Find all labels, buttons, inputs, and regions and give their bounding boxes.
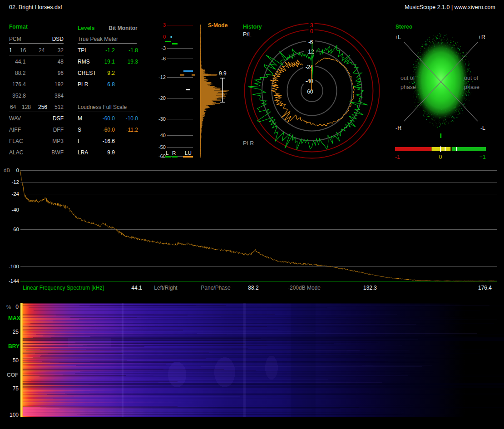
- svg-text:History: History: [243, 24, 262, 30]
- svg-text:-R: -R: [395, 125, 401, 131]
- svg-text:L: L: [166, 150, 169, 156]
- svg-text:-200dB Mode: -200dB Mode: [288, 285, 321, 291]
- svg-text:-50: -50: [158, 144, 166, 150]
- svg-text:3: 3: [163, 22, 166, 28]
- svg-text:176.4: 176.4: [478, 285, 492, 291]
- svg-text:-100: -100: [9, 264, 19, 269]
- svg-text:+1: +1: [479, 154, 486, 160]
- svg-text:-40: -40: [11, 207, 19, 212]
- svg-text:phase: phase: [464, 84, 479, 90]
- svg-text:132.3: 132.3: [363, 285, 377, 291]
- svg-text:BRY: BRY: [8, 343, 20, 350]
- svg-text:0: 0: [310, 28, 313, 35]
- svg-text:Linear Frequency Spectrum [kHz: Linear Frequency Spectrum [kHz]: [23, 285, 104, 291]
- svg-text:+R: +R: [478, 34, 485, 40]
- svg-text:Stereo: Stereo: [395, 24, 412, 30]
- svg-text:S-Mode: S-Mode: [208, 22, 228, 29]
- svg-text:MAX: MAX: [8, 315, 20, 321]
- svg-text:-3: -3: [161, 45, 166, 51]
- svg-text:phase: phase: [400, 84, 416, 90]
- svg-text:-60: -60: [158, 153, 166, 159]
- svg-text:-12: -12: [158, 74, 166, 80]
- svg-text:9.9: 9.9: [219, 70, 227, 77]
- svg-text:COF: COF: [7, 372, 18, 378]
- svg-text:75: 75: [13, 385, 19, 392]
- svg-text:PLR: PLR: [243, 140, 254, 147]
- svg-text:%: %: [6, 304, 11, 310]
- svg-text:+L: +L: [395, 34, 401, 40]
- svg-text:-144: -144: [9, 278, 20, 284]
- svg-text:-60: -60: [11, 227, 19, 232]
- svg-text:0: 0: [163, 34, 166, 39]
- svg-text:100: 100: [10, 412, 19, 418]
- svg-text:-6: -6: [161, 56, 166, 61]
- svg-text:R: R: [172, 150, 176, 156]
- svg-text:-20: -20: [158, 95, 166, 101]
- svg-text:0: 0: [15, 304, 19, 310]
- svg-text:-40: -40: [306, 78, 313, 84]
- svg-text:25: 25: [13, 329, 19, 335]
- svg-text:0: 0: [16, 168, 19, 173]
- svg-text:-12: -12: [306, 49, 314, 55]
- svg-text:out of: out of: [400, 75, 415, 81]
- svg-text:P/L: P/L: [243, 31, 252, 38]
- svg-text:50: 50: [13, 357, 19, 364]
- svg-text:88.2: 88.2: [248, 285, 259, 291]
- svg-text:Pano/Phase: Pano/Phase: [201, 285, 231, 291]
- svg-text:44.1: 44.1: [131, 285, 142, 291]
- svg-text:-1: -1: [395, 154, 400, 160]
- svg-text:3: 3: [310, 22, 313, 29]
- svg-text:Left/Right: Left/Right: [154, 285, 178, 291]
- svg-text:-L: -L: [480, 125, 485, 131]
- svg-text:-24: -24: [11, 191, 19, 197]
- svg-text:LU: LU: [185, 150, 192, 156]
- svg-text:-60: -60: [306, 89, 313, 95]
- svg-text:0: 0: [439, 154, 442, 160]
- svg-text:-30: -30: [158, 116, 166, 122]
- svg-text:-40: -40: [158, 133, 166, 138]
- svg-text:dB: dB: [4, 168, 10, 173]
- svg-text:out of: out of: [464, 75, 479, 81]
- svg-text:-12: -12: [11, 179, 19, 185]
